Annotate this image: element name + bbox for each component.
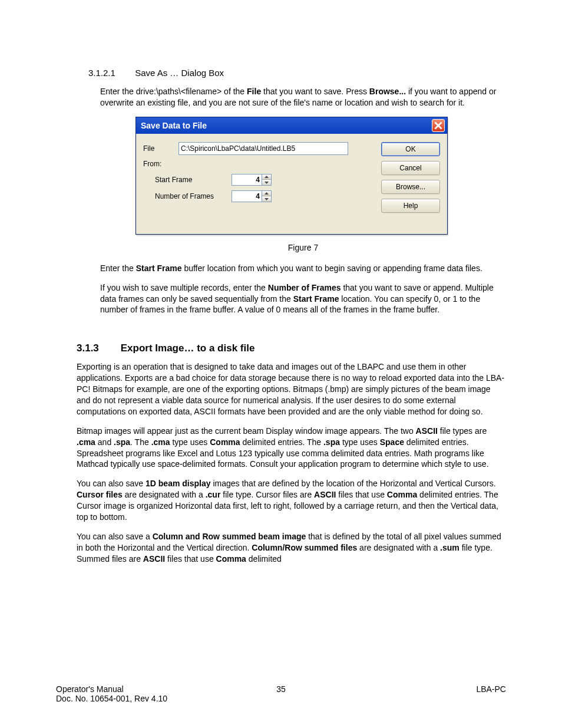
dialog-title: Save Data to File <box>141 121 432 130</box>
ok-button[interactable]: OK <box>381 142 440 156</box>
spin-down-button[interactable] <box>262 196 271 202</box>
paragraph: Bitmap images will appear just as the cu… <box>77 426 506 470</box>
number-frames-label: Number of Frames <box>143 192 232 200</box>
chevron-up-icon <box>265 176 269 178</box>
paragraph: You can also save 1D beam display images… <box>77 478 506 523</box>
heading-title: Save As … Dialog Box <box>135 68 224 78</box>
spin-down-button[interactable] <box>262 180 271 185</box>
file-input[interactable] <box>178 142 348 155</box>
heading-number: 3.1.3 <box>77 342 118 354</box>
paragraph: Exporting is an operation that is design… <box>77 361 506 417</box>
heading-title: Export Image… to a disk file <box>121 342 255 354</box>
close-button[interactable] <box>432 119 445 132</box>
help-button[interactable]: Help <box>381 199 440 213</box>
close-icon <box>434 121 442 130</box>
browse-button[interactable]: Browse... <box>381 180 440 194</box>
from-label: From: <box>143 160 381 168</box>
spin-up-button[interactable] <box>262 174 271 180</box>
page-number: 35 <box>236 684 326 703</box>
paragraph: Enter the Start Frame buffer location fr… <box>100 263 506 274</box>
page-footer: Operator's Manual Doc. No. 10654-001, Re… <box>56 684 506 703</box>
dialog-titlebar[interactable]: Save Data to File <box>136 117 447 134</box>
chevron-down-icon <box>265 182 269 184</box>
cancel-button[interactable]: Cancel <box>381 161 440 175</box>
spin-up-button[interactable] <box>262 191 271 197</box>
paragraph: If you wish to save multiple records, en… <box>100 282 506 316</box>
chevron-up-icon <box>265 192 269 195</box>
save-data-dialog: Save Data to File File From: Start Frame <box>135 117 448 235</box>
number-frames-input[interactable] <box>232 191 262 202</box>
heading-3-1-3: 3.1.3 Export Image… to a disk file <box>77 342 506 354</box>
footer-left-2: Doc. No. 10654-001, Rev 4.10 <box>56 694 167 703</box>
paragraph: You can also save a Column and Row summe… <box>77 531 506 565</box>
number-frames-spinner[interactable] <box>232 190 272 202</box>
heading-3-1-2-1: 3.1.2.1 Save As … Dialog Box <box>88 68 506 78</box>
paragraph: Enter the drive:\paths\<filename> of the… <box>100 86 506 108</box>
start-frame-spinner[interactable] <box>232 174 272 186</box>
figure-caption: Figure 7 <box>100 243 506 252</box>
footer-right: LBA-PC <box>326 684 506 703</box>
chevron-down-icon <box>265 198 269 200</box>
footer-left-1: Operator's Manual <box>56 684 124 694</box>
start-frame-label: Start Frame <box>143 176 232 184</box>
start-frame-input[interactable] <box>232 174 262 185</box>
heading-number: 3.1.2.1 <box>88 68 133 78</box>
file-label: File <box>143 144 178 153</box>
